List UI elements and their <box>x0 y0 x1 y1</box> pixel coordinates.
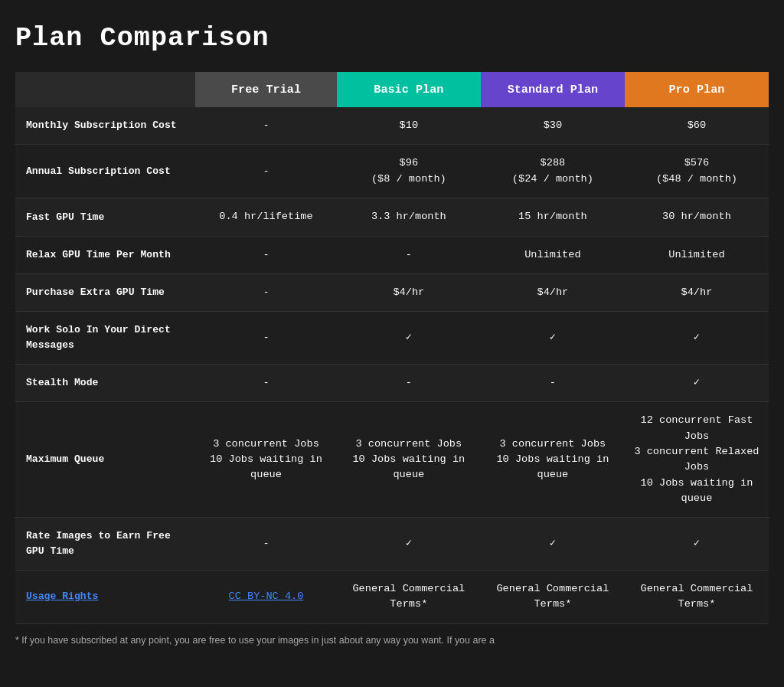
usage-rights-link[interactable]: Usage Rights <box>26 590 98 602</box>
pro-cell: $60 <box>625 107 769 145</box>
header-pro: Pro Plan <box>625 72 769 107</box>
free-cell: 0.4 hr/lifetime <box>195 198 337 236</box>
free-cell: - <box>195 364 337 401</box>
feature-cell: Rate Images to Earn Free GPU Time <box>15 518 195 570</box>
pro-cell: ✓ <box>625 518 769 570</box>
standard-cell: 15 hr/month <box>481 198 625 236</box>
header-feature <box>15 72 195 107</box>
standard-cell: $4/hr <box>481 273 625 311</box>
basic-cell: General Commercial Terms* <box>337 570 481 623</box>
pro-cell: ✓ <box>625 312 769 364</box>
header-standard: Standard Plan <box>481 72 625 107</box>
pro-cell: 30 hr/month <box>625 198 769 236</box>
feature-cell: Purchase Extra GPU Time <box>15 273 195 311</box>
basic-cell: - <box>337 364 481 401</box>
table-row: Work Solo In Your Direct Messages-✓✓✓ <box>15 312 769 364</box>
basic-cell: 3 concurrent Jobs 10 Jobs waiting in que… <box>337 402 481 518</box>
basic-cell: - <box>337 236 481 273</box>
feature-cell: Stealth Mode <box>15 364 195 401</box>
table-row: Monthly Subscription Cost-$10$30$60 <box>15 107 769 145</box>
standard-cell: - <box>481 364 625 401</box>
cc-license-link[interactable]: CC BY-NC 4.0 <box>229 590 304 602</box>
standard-cell: Unlimited <box>481 236 625 273</box>
standard-cell: 3 concurrent Jobs 10 Jobs waiting in que… <box>481 402 625 518</box>
pro-cell: 12 concurrent Fast Jobs 3 concurrent Rel… <box>625 402 769 518</box>
comparison-table-wrapper: Free Trial Basic Plan Standard Plan Pro … <box>15 72 769 624</box>
basic-cell: $96 ($8 / month) <box>337 145 481 198</box>
table-row: Rate Images to Earn Free GPU Time-✓✓✓ <box>15 518 769 570</box>
pro-cell: $4/hr <box>625 273 769 311</box>
basic-cell: ✓ <box>337 312 481 364</box>
standard-cell: General Commercial Terms* <box>481 570 625 623</box>
header-basic: Basic Plan <box>337 72 481 107</box>
free-cell: 3 concurrent Jobs 10 Jobs waiting in que… <box>195 402 337 518</box>
free-cell: - <box>195 236 337 273</box>
free-cell: - <box>195 273 337 311</box>
page-title: Plan Comparison <box>15 23 769 54</box>
pro-cell: General Commercial Terms* <box>625 570 769 623</box>
pro-cell: Unlimited <box>625 236 769 273</box>
pro-cell: ✓ <box>625 364 769 401</box>
table-row: Usage RightsCC BY-NC 4.0General Commerci… <box>15 570 769 623</box>
feature-cell: Annual Subscription Cost <box>15 145 195 198</box>
basic-cell: 3.3 hr/month <box>337 198 481 236</box>
table-row: Fast GPU Time0.4 hr/lifetime3.3 hr/month… <box>15 198 769 236</box>
table-row: Relax GPU Time Per Month--UnlimitedUnlim… <box>15 236 769 273</box>
comparison-table: Free Trial Basic Plan Standard Plan Pro … <box>15 72 769 624</box>
basic-cell: ✓ <box>337 518 481 570</box>
feature-cell[interactable]: Usage Rights <box>15 570 195 623</box>
free-cell: - <box>195 145 337 198</box>
free-cell: - <box>195 518 337 570</box>
footer-text: * If you have subscribed at any point, y… <box>15 635 769 646</box>
feature-cell: Maximum Queue <box>15 402 195 518</box>
table-row: Purchase Extra GPU Time-$4/hr$4/hr$4/hr <box>15 273 769 311</box>
free-cell: - <box>195 312 337 364</box>
standard-cell: $30 <box>481 107 625 145</box>
free-cell: - <box>195 107 337 145</box>
standard-cell: $288 ($24 / month) <box>481 145 625 198</box>
free-cell[interactable]: CC BY-NC 4.0 <box>195 570 337 623</box>
feature-cell: Work Solo In Your Direct Messages <box>15 312 195 364</box>
table-row: Annual Subscription Cost-$96 ($8 / month… <box>15 145 769 198</box>
pro-cell: $576 ($48 / month) <box>625 145 769 198</box>
table-row: Maximum Queue3 concurrent Jobs 10 Jobs w… <box>15 402 769 518</box>
basic-cell: $10 <box>337 107 481 145</box>
standard-cell: ✓ <box>481 312 625 364</box>
table-row: Stealth Mode---✓ <box>15 364 769 401</box>
header-free: Free Trial <box>195 72 337 107</box>
feature-cell: Fast GPU Time <box>15 198 195 236</box>
basic-cell: $4/hr <box>337 273 481 311</box>
feature-cell: Relax GPU Time Per Month <box>15 236 195 273</box>
standard-cell: ✓ <box>481 518 625 570</box>
feature-cell: Monthly Subscription Cost <box>15 107 195 145</box>
